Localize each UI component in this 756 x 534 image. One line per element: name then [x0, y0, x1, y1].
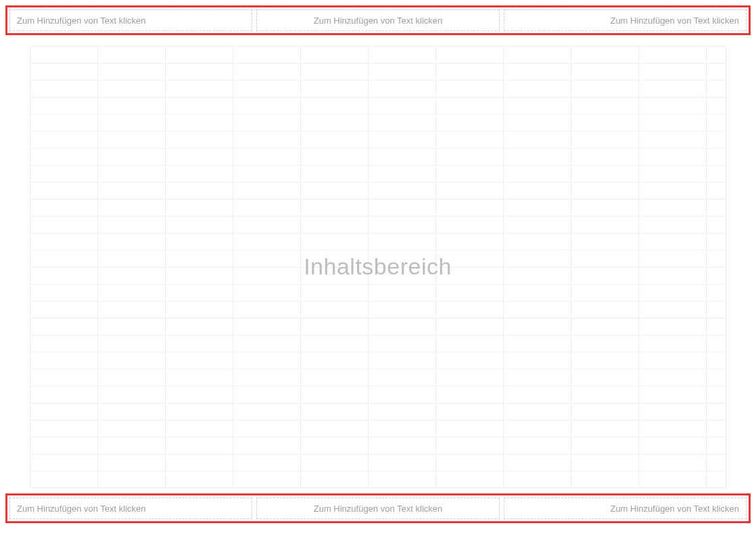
header-placeholder-left-label: Zum Hinzufügen von Text klicken	[17, 16, 146, 26]
header-placeholder-center-label: Zum Hinzufügen von Text klicken	[314, 16, 443, 26]
footer-placeholder-center-label: Zum Hinzufügen von Text klicken	[314, 504, 443, 514]
content-area-label: Inhaltsbereich	[304, 253, 452, 280]
header-placeholder-right[interactable]: Zum Hinzufügen von Text klicken	[504, 9, 747, 31]
header-placeholder-left[interactable]: Zum Hinzufügen von Text klicken	[9, 9, 252, 31]
header-placeholder-row: Zum Hinzufügen von Text klicken Zum Hinz…	[9, 9, 747, 31]
footer-placeholder-left-label: Zum Hinzufügen von Text klicken	[17, 504, 146, 514]
header-placeholder-center[interactable]: Zum Hinzufügen von Text klicken	[256, 9, 499, 31]
content-area[interactable]: Inhaltsbereich	[30, 46, 726, 488]
footer-placeholder-row: Zum Hinzufügen von Text klicken Zum Hinz…	[9, 497, 747, 519]
header-highlight: Zum Hinzufügen von Text klicken Zum Hinz…	[5, 5, 751, 35]
footer-highlight: Zum Hinzufügen von Text klicken Zum Hinz…	[5, 493, 751, 523]
footer-placeholder-left[interactable]: Zum Hinzufügen von Text klicken	[9, 497, 252, 519]
footer-placeholder-center[interactable]: Zum Hinzufügen von Text klicken	[256, 497, 499, 519]
footer-placeholder-right[interactable]: Zum Hinzufügen von Text klicken	[504, 497, 747, 519]
footer-placeholder-right-label: Zum Hinzufügen von Text klicken	[610, 504, 739, 514]
header-placeholder-right-label: Zum Hinzufügen von Text klicken	[610, 16, 739, 26]
